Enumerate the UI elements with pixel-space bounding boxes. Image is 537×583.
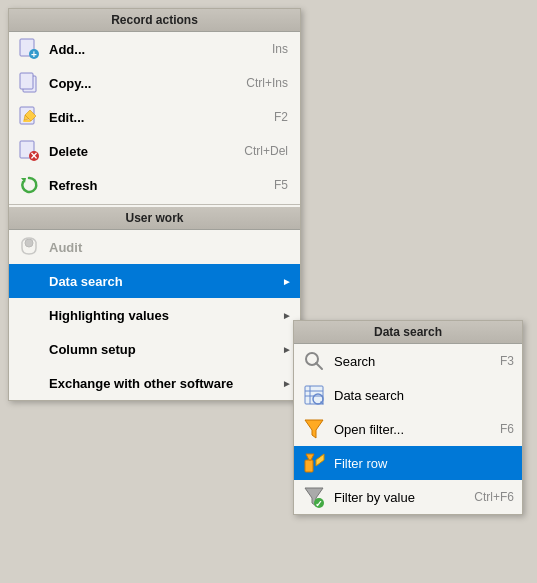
svg-point-11 <box>25 239 33 247</box>
search-icon <box>302 349 326 373</box>
openfilter-icon <box>302 417 326 441</box>
edit-icon <box>17 105 41 129</box>
filterrow-icon <box>302 451 326 475</box>
submenu-item-filterrow[interactable]: Filter row <box>294 446 522 480</box>
audit-label: Audit <box>49 240 292 255</box>
menu-item-audit[interactable]: Audit <box>9 230 300 264</box>
refresh-shortcut: F5 <box>274 178 292 192</box>
record-actions-header: Record actions <box>9 9 300 32</box>
svg-rect-23 <box>305 460 313 472</box>
svg-rect-6 <box>23 120 31 122</box>
columnsetup-label: Column setup <box>49 342 278 357</box>
delete-label: Delete <box>49 144 244 159</box>
copy-label: Copy... <box>49 76 246 91</box>
menu-item-datasearch[interactable]: Data search ► <box>9 264 300 298</box>
openfilter-label: Open filter... <box>334 422 500 437</box>
datasearch-menu-icon <box>17 269 41 293</box>
datasearch-arrow: ► <box>282 276 292 287</box>
highlighting-icon <box>17 303 41 327</box>
svg-marker-24 <box>306 454 314 460</box>
menu-item-edit[interactable]: Edit... F2 <box>9 100 300 134</box>
columnsetup-icon <box>17 337 41 361</box>
main-menu: Record actions + Add... Ins Copy... Ctrl… <box>8 8 301 401</box>
submenu-item-openfilter[interactable]: Open filter... F6 <box>294 412 522 446</box>
menu-item-delete[interactable]: × Delete Ctrl+Del <box>9 134 300 168</box>
menu-item-exchange[interactable]: Exchange with other software ► <box>9 366 300 400</box>
exchange-icon <box>17 371 41 395</box>
delete-icon: × <box>17 139 41 163</box>
submenu-item-datasearch[interactable]: Data search <box>294 378 522 412</box>
filterbyvalue-shortcut: Ctrl+F6 <box>474 490 514 504</box>
add-icon: + <box>17 37 41 61</box>
datasearch-icon <box>302 383 326 407</box>
datasearch-label: Data search <box>49 274 278 289</box>
highlighting-label: Highlighting values <box>49 308 278 323</box>
audit-icon <box>17 235 41 259</box>
submenu-item-search[interactable]: Search F3 <box>294 344 522 378</box>
columnsetup-arrow: ► <box>282 344 292 355</box>
delete-shortcut: Ctrl+Del <box>244 144 292 158</box>
menu-item-refresh[interactable]: Refresh F5 <box>9 168 300 202</box>
exchange-label: Exchange with other software <box>49 376 278 391</box>
menu-item-columnsetup[interactable]: Column setup ► <box>9 332 300 366</box>
filterbyvalue-icon: ✓ <box>302 485 326 509</box>
exchange-arrow: ► <box>282 378 292 389</box>
svg-text:+: + <box>31 49 37 60</box>
submenu-item-filterbyvalue[interactable]: ✓ Filter by value Ctrl+F6 <box>294 480 522 514</box>
svg-marker-25 <box>316 454 324 466</box>
refresh-label: Refresh <box>49 178 274 193</box>
submenu-datasearch: Data search Search F3 Data search <box>293 320 523 515</box>
menu-item-highlighting[interactable]: Highlighting values ► <box>9 298 300 332</box>
user-work-header: User work <box>9 207 300 230</box>
search-shortcut: F3 <box>500 354 514 368</box>
filterbyvalue-label: Filter by value <box>334 490 474 505</box>
openfilter-shortcut: F6 <box>500 422 514 436</box>
add-shortcut: Ins <box>272 42 292 56</box>
copy-icon <box>17 71 41 95</box>
copy-shortcut: Ctrl+Ins <box>246 76 292 90</box>
edit-shortcut: F2 <box>274 110 292 124</box>
highlighting-arrow: ► <box>282 310 292 321</box>
svg-rect-4 <box>20 73 33 89</box>
svg-text:✓: ✓ <box>315 499 323 508</box>
svg-text:×: × <box>30 149 37 162</box>
datasearch-sub-label: Data search <box>334 388 514 403</box>
menu-item-copy[interactable]: Copy... Ctrl+Ins <box>9 66 300 100</box>
add-label: Add... <box>49 42 272 57</box>
submenu-header: Data search <box>294 321 522 344</box>
menu-item-add[interactable]: + Add... Ins <box>9 32 300 66</box>
filterrow-label: Filter row <box>334 456 514 471</box>
edit-label: Edit... <box>49 110 274 125</box>
search-label: Search <box>334 354 500 369</box>
refresh-icon <box>17 173 41 197</box>
svg-marker-22 <box>305 420 323 438</box>
svg-line-15 <box>316 363 322 369</box>
separator-1 <box>9 204 300 205</box>
